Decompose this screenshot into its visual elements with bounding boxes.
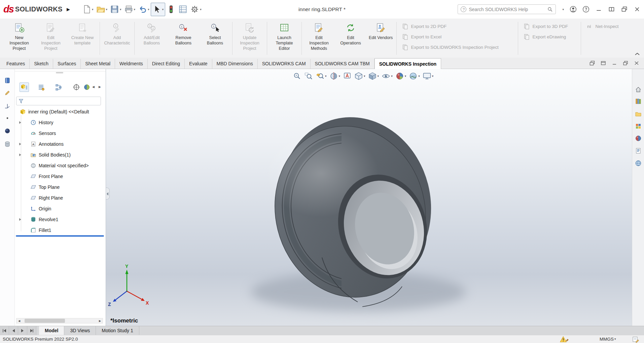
help-search-box[interactable]: ? [458,4,556,14]
tree-item-origin[interactable]: Origin [15,204,106,213]
view-settings-button[interactable]: ▾ [423,72,434,80]
tab-solidworks-cam[interactable]: SOLIDWORKS CAM [258,59,311,69]
search-input[interactable] [469,7,545,12]
display-style-button[interactable]: ▾ [368,72,379,80]
ribbon-button-create-new-template[interactable]: Create New template [67,20,98,57]
open-document-button[interactable]: ▾ [95,3,109,16]
solidworks-resources-globe-icon[interactable] [635,160,642,167]
tree-item-root[interactable]: inner ring (Default) <<Default [15,107,106,116]
tags-icon[interactable] [632,336,639,343]
first-tab-button[interactable] [0,326,9,335]
search-scope-caret[interactable]: ▾ [562,8,564,11]
3d-model-inner-ring[interactable]: Y X Z [106,69,632,326]
tree-item-right-plane[interactable]: Right Plane [15,193,106,203]
expand-arrow-icon[interactable] [19,121,21,124]
custom-properties-icon[interactable] [635,147,642,154]
tree-item-sensors[interactable]: Sensors [15,129,106,138]
tab-surfaces[interactable]: Surfaces [53,59,81,69]
edit-appearance-button[interactable]: ▾ [395,72,406,80]
tab-motion-study-1[interactable]: Motion Study 1 [96,326,139,335]
scrollbar-thumb[interactable] [25,319,65,323]
minimize-button[interactable] [595,6,602,13]
tab-model[interactable]: Model [39,326,64,335]
tree-item-annotations[interactable]: A Annotations [15,139,106,149]
ribbon-button-net-inspect[interactable]: ni Net-Inspect [586,23,618,30]
graphics-viewport[interactable]: ▾ ▾ ▾ ▾ ▾ [106,69,632,326]
tree-horizontal-scrollbar[interactable]: ◀ ▶ [16,318,103,323]
ribbon-button-edit-inspection-methods[interactable]: Edit Inspection Methods [303,20,335,57]
dynamic-annotation-views-button[interactable] [343,72,352,80]
previous-view-button[interactable]: ▾ [316,72,327,80]
doc-close-button[interactable] [634,61,639,66]
unit-system-selector[interactable]: MMGS [600,335,614,343]
view-orientation-button[interactable]: ▾ [354,72,365,80]
design-library-icon[interactable] [635,98,642,105]
print-button[interactable]: ▾ [123,3,137,16]
ribbon-button-export-sw-inspection-project[interactable]: Export to SOLIDWORKS Inspection Project [402,44,512,50]
tab-mbd-dimensions[interactable]: MBD Dimensions [212,59,258,69]
close-button[interactable] [634,6,641,13]
tab-sketch[interactable]: Sketch [30,59,53,69]
displaymanager-tab[interactable] [82,82,92,92]
design-binder-icon[interactable] [4,77,11,84]
new-document-button[interactable]: ▾ [81,3,95,16]
tree-item-material[interactable]: Material <not specified> [15,161,106,170]
rollback-bar[interactable] [16,235,104,237]
expand-arrow-icon[interactable] [19,218,21,221]
collapse-ribbon-chevron[interactable] [635,52,640,56]
tab-sheet-metal[interactable]: Sheet Metal [81,59,115,69]
ribbon-button-new-inspection-project[interactable]: New Inspection Project [3,20,35,57]
units-caret-icon[interactable]: ▾ [614,335,616,343]
last-tab-button[interactable] [27,326,36,335]
ribbon-button-select-balloons[interactable]: 1 Select Balloons [199,20,231,57]
panel-splitter-handle[interactable] [106,187,110,200]
ribbon-button-export-3d-pdf[interactable]: Export to 3D PDF [524,23,575,30]
panel-grip[interactable] [15,71,106,74]
warning-icon[interactable] [560,336,569,343]
tab-solidworks-inspection[interactable]: SOLIDWORKS Inspection [374,58,441,69]
cylinder-body-icon[interactable] [4,141,11,147]
ribbon-button-edit-operations[interactable]: Edit Operations [335,20,366,57]
doc-restore-button[interactable] [623,61,628,66]
appearances-ball-icon[interactable] [635,135,642,142]
tree-item-top-plane[interactable]: Top Plane [15,182,106,192]
tree-item-revolve1[interactable]: Revolve1 [15,215,106,224]
tree-filter-input[interactable] [26,99,99,104]
menu-flyout-arrow[interactable]: ▶ [67,7,70,12]
help-button[interactable] [582,6,589,13]
search-icon[interactable] [547,6,553,12]
markup-pencil-icon[interactable] [4,90,11,96]
ribbon-button-export-2d-pdf[interactable]: Export to 2D PDF [402,23,512,30]
featuremanager-tab[interactable] [20,82,29,92]
scroll-left-arrow-icon[interactable]: ◀ [16,319,22,322]
reference-triad-icon[interactable] [4,103,11,109]
propertymanager-tab[interactable] [36,82,46,92]
next-tab-button[interactable] [18,326,27,335]
expand-arrow-icon[interactable] [19,143,21,145]
design-checker-button[interactable] [165,3,177,16]
view-palette-icon[interactable] [635,123,642,130]
configurationmanager-tab[interactable] [54,82,63,92]
tab-weldments[interactable]: Weldments [115,59,148,69]
dimxpertmanager-tab[interactable] [72,82,81,92]
point-icon[interactable] [4,115,11,122]
ribbon-button-launch-template-editor[interactable]: Launch Template Editor [269,20,300,57]
tree-item-front-plane[interactable]: Front Plane [15,172,106,181]
ribbon-button-update-inspection-project[interactable]: Update Inspection Project [234,20,265,57]
doc-minimize-button[interactable] [612,61,617,66]
select-tool-button[interactable]: ▾ [151,3,166,16]
options-button[interactable]: ▾ [189,3,203,16]
save-button[interactable]: ▾ [109,3,123,16]
ribbon-button-export-excel[interactable]: Export to Excel [402,34,512,40]
expand-arrow-icon[interactable] [19,153,21,156]
hide-show-items-button[interactable]: ▾ [382,72,393,80]
zoom-to-fit-button[interactable] [293,72,301,80]
previous-tab-button[interactable] [9,326,18,335]
restore-button[interactable] [621,6,628,13]
tab-direct-editing[interactable]: Direct Editing [148,59,185,69]
section-sphere-icon[interactable] [4,128,11,134]
tree-item-solid-bodies[interactable]: Solid Bodies(1) [15,150,106,160]
tree-item-fillet1[interactable]: Fillet1 [15,226,106,235]
undo-button[interactable]: ▾ [137,3,151,16]
tree-filter-box[interactable] [16,97,101,105]
